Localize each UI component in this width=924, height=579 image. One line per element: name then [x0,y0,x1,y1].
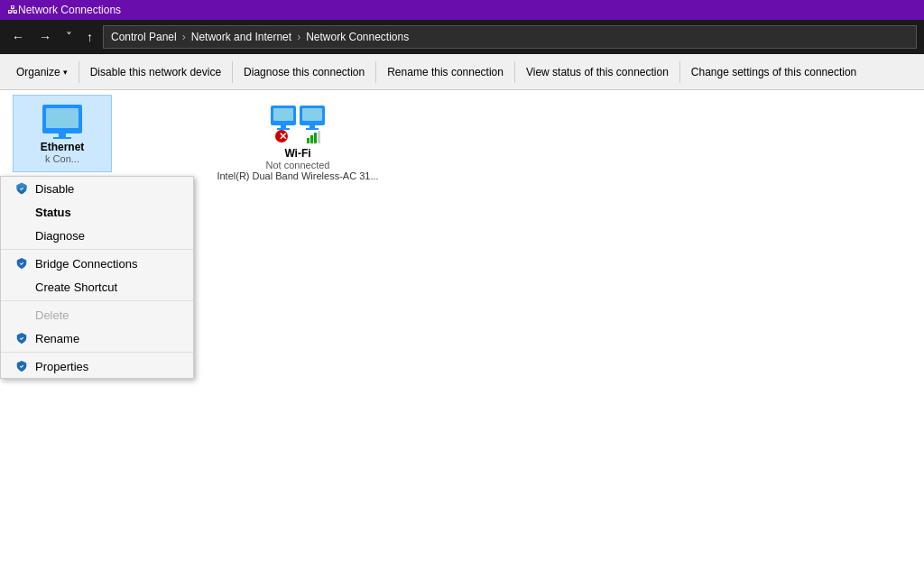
toolbar-separator-2 [232,61,233,83]
ctx-properties-label: Properties [35,360,88,373]
address-path[interactable]: Control Panel › Network and Internet › N… [103,25,917,49]
ctx-rename-label: Rename [35,332,79,345]
svg-rect-9 [302,108,322,121]
back-button[interactable]: ← [7,29,29,45]
wifi-icon-container: ✕ [271,102,325,147]
svg-rect-7 [277,128,290,130]
ctx-disable-label: Disable [35,182,74,196]
ethernet-item[interactable]: Ethernet k Con... [13,95,112,172]
ctx-bridge-label: Bridge Connections [35,257,137,271]
shield-icon-rename [15,332,28,345]
svg-rect-17 [318,131,320,143]
toolbar-separator-5 [679,61,680,83]
ethernet-label: k Con... [45,153,79,164]
ethernet-name: Ethernet [41,141,85,153]
svg-rect-5 [273,108,293,121]
wifi-item[interactable]: ✕ Wi-Fi Not connected Intel(R) Dual Band… [208,95,388,188]
toolbar-separator-1 [79,61,79,83]
wifi-status: Not connected [266,160,330,170]
title-bar-icon: 🖧 [7,4,18,16]
ctx-delete: Delete [1,303,193,326]
svg-rect-16 [314,133,317,143]
ctx-sep-1 [1,249,193,250]
svg-rect-11 [306,128,319,130]
shield-icon-properties [15,360,28,372]
ctx-rename[interactable]: Rename [1,326,193,350]
rename-button[interactable]: Rename this connection [378,56,513,88]
svg-rect-1 [46,108,79,128]
breadcrumb-network-connections[interactable]: Network Connections [306,31,409,43]
ctx-properties[interactable]: Properties [1,354,193,378]
ctx-status[interactable]: Status [1,200,193,224]
toolbar-separator-3 [375,61,376,83]
ctx-sep-3 [1,352,193,353]
breadcrumb-network-internet[interactable]: Network and Internet [191,31,291,43]
title-bar: 🖧 Network Connections [0,0,924,20]
context-menu: Disable Status Diagnose Bridge Connectio… [0,176,194,379]
ctx-shortcut-label: Create Shortcut [35,280,117,294]
ctx-disable[interactable]: Disable [1,177,193,200]
toolbar: Organize ▾ Disable this network device D… [0,54,924,90]
wifi-name: Wi-Fi [284,147,310,160]
toolbar-separator-4 [514,61,515,83]
diagnose-button[interactable]: Diagnose this connection [235,56,374,88]
address-bar: ← → ˅ ↑ Control Panel › Network and Inte… [0,20,924,54]
ctx-status-label: Status [35,206,71,219]
change-settings-button[interactable]: Change settings of this connection [682,56,865,88]
wifi-detail: Intel(R) Dual Band Wireless-AC 31... [217,170,378,181]
shield-icon-disable [15,182,28,195]
view-status-button[interactable]: View status of this connection [517,56,678,88]
shield-icon-bridge [15,257,28,270]
ctx-sep-2 [1,300,193,301]
ctx-shortcut[interactable]: Create Shortcut [1,275,193,299]
svg-rect-10 [310,125,315,128]
title-bar-title: Network Connections [18,4,121,16]
wifi-icon: ✕ [271,102,325,147]
dropdown-button[interactable]: ˅ [61,29,77,45]
svg-rect-2 [59,133,66,137]
ethernet-icon [39,103,86,141]
ctx-delete-label: Delete [35,308,69,322]
svg-text:✕: ✕ [279,131,287,142]
svg-rect-14 [307,138,310,143]
forward-button[interactable]: → [34,29,56,45]
main-content: Ethernet k Con... Disable Status [0,90,924,579]
svg-rect-6 [281,125,286,128]
ctx-diagnose-label: Diagnose [35,229,85,243]
svg-rect-3 [53,137,71,139]
svg-rect-15 [310,135,313,143]
organize-button[interactable]: Organize ▾ [7,56,77,88]
breadcrumb-control-panel[interactable]: Control Panel [111,31,177,43]
ctx-bridge[interactable]: Bridge Connections [1,252,193,275]
disable-button[interactable]: Disable this network device [81,56,230,88]
up-button[interactable]: ↑ [82,29,97,45]
ctx-diagnose[interactable]: Diagnose [1,224,193,247]
